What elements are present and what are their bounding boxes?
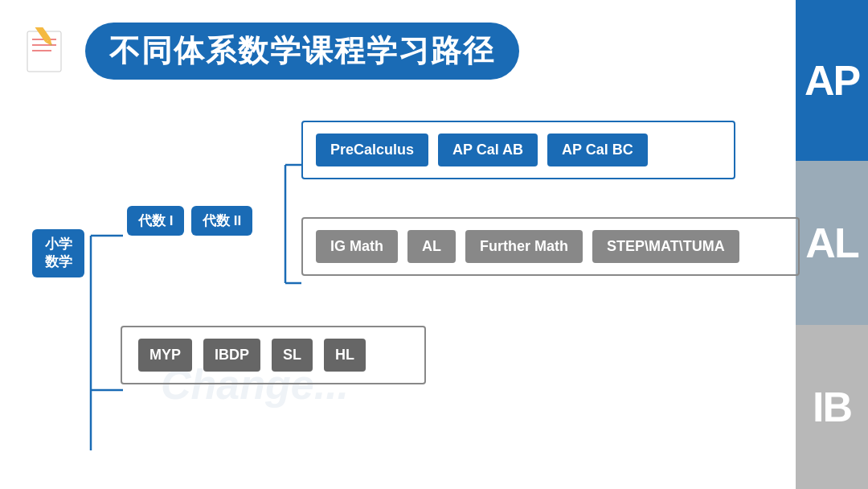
main-content: 不同体系数学课程学习路径 Change... 小学数学 xyxy=(0,0,796,489)
further-math-badge: Further Math xyxy=(465,230,583,263)
title-badge: 不同体系数学课程学习路径 xyxy=(85,23,519,80)
diagram: 小学数学 代数 I 代数 II PreCalculus AP Cal AB AP… xyxy=(16,105,788,466)
ap-courses-box: PreCalculus AP Cal AB AP Cal BC xyxy=(301,121,735,179)
ib-courses-box: MYP IBDP SL HL xyxy=(121,326,426,384)
algebra-ii-label: 代数 II xyxy=(203,213,241,228)
ap-cal-bc-badge: AP Cal BC xyxy=(547,134,648,166)
algebra-i-label: 代数 I xyxy=(138,213,173,228)
ap-cal-ab-badge: AP Cal AB xyxy=(438,134,538,166)
primary-math-label: 小学数学 xyxy=(40,236,76,271)
ig-math-badge: IG Math xyxy=(316,230,398,263)
al-courses-box: IG Math AL Further Math STEP\MAT\TUMA xyxy=(301,217,800,276)
ib-panel: IB xyxy=(796,325,868,489)
title-area: 不同体系数学课程学习路径 xyxy=(19,23,519,80)
ap-label: AP xyxy=(805,60,859,101)
step-badge: STEP\MAT\TUMA xyxy=(592,230,739,263)
precalculus-badge: PreCalculus xyxy=(316,134,428,166)
right-panel: AP AL IB xyxy=(796,0,868,489)
ap-panel: AP xyxy=(796,0,868,161)
ibdp-badge: IBDP xyxy=(203,339,260,372)
pencil-icon xyxy=(19,27,76,76)
al-panel: AL xyxy=(796,161,868,325)
ib-label: IB xyxy=(813,386,851,428)
algebra-ii-box: 代数 II xyxy=(191,206,252,236)
algebra-i-box: 代数 I xyxy=(127,206,184,236)
sl-badge: SL xyxy=(272,339,313,372)
hl-badge: HL xyxy=(324,339,366,372)
page-title: 不同体系数学课程学习路径 xyxy=(109,34,495,68)
al-label: AL xyxy=(805,222,858,264)
al-badge: AL xyxy=(407,230,456,263)
myp-badge: MYP xyxy=(138,339,192,372)
primary-math-box: 小学数学 xyxy=(32,229,84,277)
